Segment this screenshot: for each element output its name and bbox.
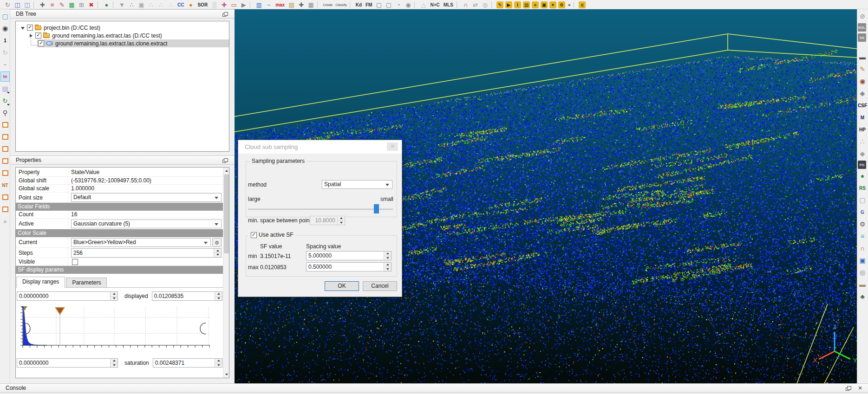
tree-row-ground-las[interactable]: ground remaining.las.extract.las (D:/CC … (16, 32, 229, 39)
fog-icon[interactable]: ▒ (210, 1, 218, 9)
gear-dots-icon[interactable]: ⚙ (858, 219, 867, 229)
m3c2-icon[interactable]: M (858, 112, 867, 123)
plugin-play-icon[interactable]: ▶ (505, 1, 512, 8)
kd-label[interactable]: Kd (355, 1, 363, 9)
facets-icon[interactable]: ◆ (858, 88, 867, 98)
fm-label[interactable]: FM (365, 1, 373, 9)
tree-checkbox[interactable] (35, 32, 41, 39)
save-icon[interactable]: ◫ (13, 1, 21, 9)
broom-icon[interactable]: ✎ (858, 64, 867, 74)
use-active-sf-checkbox[interactable] (251, 232, 257, 238)
scatter-1-icon[interactable]: ∴ (147, 1, 155, 9)
curve-icon[interactable]: ~ (265, 1, 273, 9)
registration-icon[interactable]: ⇄ (471, 1, 479, 9)
zoom-to-icon[interactable]: to (0, 71, 10, 82)
plugin-wand-icon[interactable]: ✶ (549, 1, 556, 8)
spacing-slider-handle[interactable] (374, 204, 379, 213)
apply-list-icon[interactable]: ≡ (48, 1, 56, 9)
clipboard-icon[interactable]: ▤ (287, 1, 295, 9)
plugin-chevrons-icon[interactable]: » (532, 1, 539, 8)
delete-icon[interactable]: ✖ (87, 1, 95, 9)
sphere-disabled-icon[interactable]: ● (0, 216, 10, 226)
ok-button[interactable]: OK (325, 281, 359, 291)
eraser-icon[interactable]: ▭ (230, 1, 238, 9)
screenshot-icon[interactable]: ◉ (0, 23, 10, 33)
float-panel-icon[interactable] (846, 386, 851, 391)
nt-view-label[interactable]: NT (0, 180, 10, 190)
color-ramp-icon[interactable]: ▦ (68, 1, 76, 9)
refresh-disabled-icon[interactable]: ↻ (0, 47, 10, 58)
plugin-pencil-icon[interactable]: ✎ (496, 1, 503, 8)
scroll-down-icon[interactable] (223, 371, 229, 378)
view-cube-top-icon[interactable] (0, 120, 10, 130)
displayed-spinner[interactable]: 0.01208535 (152, 291, 222, 301)
view-cube-left-icon[interactable] (0, 168, 10, 178)
expand-arrow-icon[interactable] (28, 32, 34, 39)
one-label[interactable]: 1 (0, 35, 10, 45)
translate-icon[interactable]: ⊞ (78, 1, 85, 9)
tab-parameters[interactable]: Parameters (66, 278, 107, 287)
ruler-icon[interactable]: ▬ (858, 279, 867, 290)
mls-label[interactable]: MLS (443, 1, 454, 9)
view-cube-right-icon[interactable] (0, 192, 10, 202)
dialog-titlebar[interactable]: Cloud sub sampling ✕ (238, 140, 402, 154)
plugin-box-icon[interactable]: ▣ (541, 1, 548, 8)
tab-display-ranges[interactable]: Display ranges (16, 277, 65, 288)
spacing-slider-track[interactable] (248, 208, 393, 210)
hpr-icon[interactable]: HP (858, 124, 867, 135)
min-spacing-spinner[interactable]: 5.000000 (306, 251, 392, 260)
steps-spinner[interactable]: 256 (71, 248, 222, 258)
visible-checkbox[interactable] (72, 259, 78, 265)
saturation-start-spinner[interactable]: 0.00000000 (17, 358, 118, 368)
green-ball-icon[interactable]: ● (858, 171, 867, 181)
range-start-spinner[interactable]: 0.00000000 (17, 291, 118, 301)
no-entry-icon[interactable]: ⊘ (858, 11, 867, 21)
save-all-icon[interactable]: ◫ (23, 1, 31, 9)
scatter-2-icon[interactable]: ∴ (157, 1, 165, 9)
cancel-button[interactable]: Cancel (363, 281, 397, 291)
edl-shader-icon[interactable]: EDL (858, 23, 866, 32)
pcv-icon[interactable]: PD (858, 161, 866, 169)
view-cube-iso-icon[interactable] (0, 204, 10, 214)
float-panel-icon[interactable] (222, 12, 228, 17)
classify-label[interactable]: Classify (335, 1, 347, 9)
ssao-shader-icon[interactable]: SS (858, 33, 866, 42)
view-cube-front-icon[interactable] (0, 144, 10, 154)
plugin-info-icon[interactable]: i (514, 1, 521, 8)
close-icon[interactable]: ✕ (387, 142, 398, 151)
trees-icon[interactable]: ♣ (858, 291, 867, 302)
animation-icon[interactable]: ▬ (858, 52, 867, 62)
view-cube-back-icon[interactable] (0, 156, 10, 166)
shield-icon[interactable]: ◆ (858, 149, 867, 159)
color-scale-gear-icon[interactable]: ⚙ (212, 238, 222, 247)
pie-icon[interactable]: ◔ (394, 1, 402, 9)
plugin-gear-icon[interactable]: ⚙ (558, 1, 565, 8)
plus-icon[interactable]: ✚ (297, 1, 305, 9)
circle-dots-icon[interactable]: ◎ (858, 267, 867, 278)
point-pick-icon[interactable]: ✚ (220, 1, 228, 9)
blue-box-icon[interactable]: ▣ (858, 255, 867, 265)
trace-polyline-icon[interactable]: ✎ (58, 1, 66, 9)
red-arc-icon[interactable]: ∩ (858, 243, 867, 253)
palette-icon[interactable]: ▤ (0, 84, 10, 94)
histogram-icon[interactable]: ▥ (255, 1, 263, 9)
range-handle-right[interactable] (200, 323, 206, 334)
color-scale-combo[interactable]: Blue>Green>Yellow>Red (71, 238, 211, 247)
create-label[interactable]: Create (322, 1, 333, 9)
compass-icon[interactable]: ◉ (858, 76, 867, 86)
dash-icon[interactable]: – (0, 59, 10, 70)
csf-label[interactable]: CSF (858, 100, 867, 110)
orange-sphere-icon[interactable]: ● (187, 1, 195, 9)
magnifier-icon[interactable]: ⚲ (0, 108, 10, 118)
point-picking-icon[interactable]: ✚ (39, 1, 46, 9)
max-spacing-spinner[interactable]: 0.500000 (306, 262, 392, 271)
g-plugin-icon[interactable]: G (858, 207, 867, 217)
properties-scrollbar[interactable] (223, 168, 229, 378)
c-plugin-icon[interactable]: c (579, 1, 586, 8)
tree-checkbox[interactable] (27, 25, 33, 31)
undo-icon[interactable]: ↻ (4, 1, 12, 9)
plugin-book-icon[interactable]: ▤ (523, 1, 530, 8)
tree-row-project[interactable]: project.bin (D:/CC test) (16, 24, 229, 32)
cc-label[interactable]: CC (176, 1, 185, 9)
close-icon[interactable]: ✕ (857, 385, 863, 392)
